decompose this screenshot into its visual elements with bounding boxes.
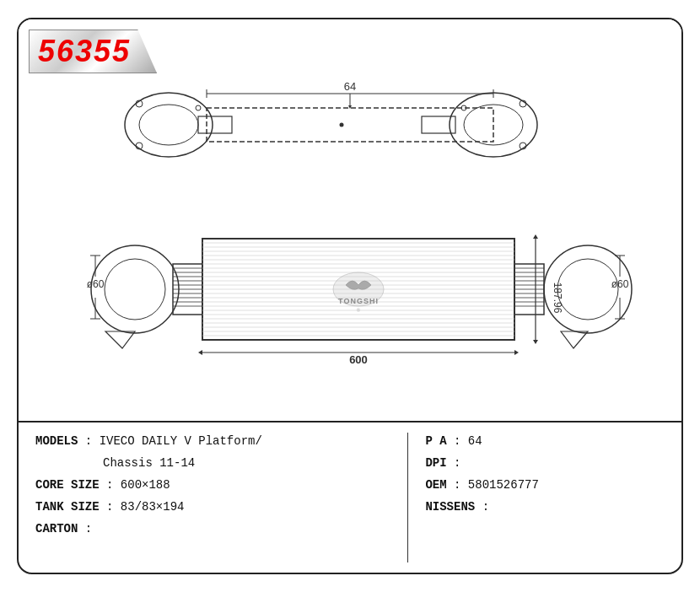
top-dim-label: 64 xyxy=(344,80,356,93)
models-colon: : xyxy=(85,434,100,448)
core-size-value: 600×188 xyxy=(121,478,170,492)
tank-size-label: TANK SIZE xyxy=(35,500,100,514)
info-left: MODELS : IVECO DAILY V Platform/ Chassis… xyxy=(35,433,408,562)
svg-point-11 xyxy=(196,105,201,110)
dpi-colon: : xyxy=(454,456,460,470)
top-view-diagram: 64 xyxy=(97,78,603,171)
pa-value: 64 xyxy=(468,434,482,448)
part-number-badge: 56355 xyxy=(29,30,157,73)
tank-size-value: 83/83×194 xyxy=(121,500,185,514)
tank-size-row: TANK SIZE : 83/83×194 xyxy=(35,498,394,516)
svg-marker-82 xyxy=(514,350,519,355)
dpi-label: DPI xyxy=(425,456,446,470)
svg-marker-81 xyxy=(198,350,202,355)
core-size-row: CORE SIZE : 600×188 xyxy=(35,476,394,494)
models-row: MODELS : IVECO DAILY V Platform/ xyxy=(35,433,394,450)
left-diameter-label: ø60 xyxy=(87,278,105,290)
svg-marker-32 xyxy=(105,331,135,348)
nissens-label: NISSENS xyxy=(425,500,475,514)
carton-row: CARTON : xyxy=(35,520,394,538)
tank-size-colon: : xyxy=(106,500,121,514)
models-label: MODELS xyxy=(35,434,78,448)
svg-marker-85 xyxy=(533,340,538,344)
info-area: MODELS : IVECO DAILY V Platform/ Chassis… xyxy=(19,421,681,573)
height-dim-label: 187.96 xyxy=(552,283,563,314)
product-card: 56355 64 xyxy=(17,18,683,574)
front-view-diagram: TONGSHI ® xyxy=(80,188,620,365)
svg-marker-71 xyxy=(561,331,588,348)
core-size-label: CORE SIZE xyxy=(35,478,100,492)
brand-r: ® xyxy=(357,308,361,313)
oem-value: 5801526777 xyxy=(468,478,539,492)
pa-row: P A : 64 xyxy=(425,433,665,450)
info-right: P A : 64 DPI : OEM : 5801526777 NISSENS … xyxy=(408,433,665,562)
oem-label: OEM xyxy=(425,478,446,492)
svg-point-20 xyxy=(105,259,165,320)
svg-rect-8 xyxy=(198,116,232,133)
nissens-row: NISSENS : xyxy=(425,498,665,516)
models-row2: Chassis 11-14 xyxy=(35,455,394,472)
width-dim-label: 600 xyxy=(349,353,368,365)
svg-marker-84 xyxy=(533,234,538,239)
pa-colon: : xyxy=(454,434,468,448)
right-diameter-label: ø60 xyxy=(611,278,629,290)
models-value2: Chassis 11-14 xyxy=(103,456,195,470)
diagram-area: 56355 64 xyxy=(19,19,681,421)
dpi-row: DPI : xyxy=(425,455,665,472)
pa-label: P A xyxy=(425,434,446,448)
models-value: IVECO DAILY V Platform/ xyxy=(100,434,262,448)
carton-label: CARTON xyxy=(35,522,78,535)
core-size-colon: : xyxy=(106,478,121,492)
brand-label: TONGSHI xyxy=(338,297,379,305)
carton-colon: : xyxy=(85,522,92,535)
svg-point-6 xyxy=(125,93,213,157)
oem-row: OEM : 5801526777 xyxy=(425,476,665,494)
svg-point-7 xyxy=(139,105,198,145)
nissens-colon: : xyxy=(482,500,489,514)
oem-colon: : xyxy=(454,478,468,492)
svg-point-70 xyxy=(557,259,618,320)
svg-rect-5 xyxy=(207,108,493,142)
part-number: 56355 xyxy=(38,34,131,68)
svg-point-18 xyxy=(340,123,344,127)
